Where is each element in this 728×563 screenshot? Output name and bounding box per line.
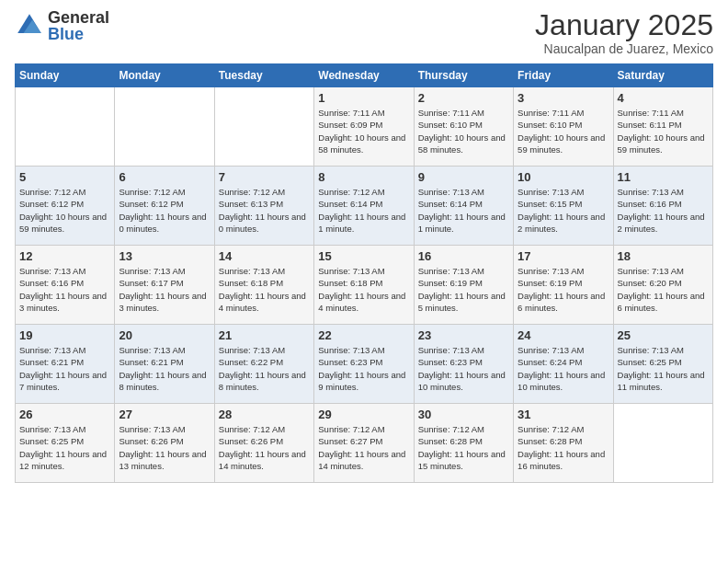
- table-row: 18Sunrise: 7:13 AMSunset: 6:20 PMDayligh…: [613, 246, 712, 325]
- day-number: 23: [418, 328, 509, 342]
- day-info: Sunrise: 7:13 AMSunset: 6:22 PMDaylight:…: [219, 344, 310, 393]
- day-info: Sunrise: 7:12 AMSunset: 6:26 PMDaylight:…: [219, 423, 310, 472]
- day-number: 17: [518, 249, 609, 263]
- table-row: 1Sunrise: 7:11 AMSunset: 6:09 PMDaylight…: [314, 87, 414, 167]
- header-wednesday: Wednesday: [314, 64, 414, 87]
- table-row: [613, 404, 712, 483]
- calendar-table: Sunday Monday Tuesday Wednesday Thursday…: [15, 63, 713, 483]
- day-number: 28: [219, 408, 310, 421]
- table-row: 11Sunrise: 7:13 AMSunset: 6:16 PMDayligh…: [613, 167, 712, 246]
- table-row: 21Sunrise: 7:13 AMSunset: 6:22 PMDayligh…: [214, 325, 313, 404]
- page: General Blue January 2025 Naucalpan de J…: [0, 0, 728, 563]
- day-number: 30: [418, 408, 509, 421]
- day-number: 18: [618, 249, 709, 263]
- table-row: 23Sunrise: 7:13 AMSunset: 6:23 PMDayligh…: [414, 325, 513, 404]
- day-number: 24: [518, 328, 609, 342]
- header-monday: Monday: [115, 64, 214, 87]
- day-number: 6: [119, 170, 210, 184]
- table-row: 17Sunrise: 7:13 AMSunset: 6:19 PMDayligh…: [514, 246, 613, 325]
- table-row: 10Sunrise: 7:13 AMSunset: 6:15 PMDayligh…: [514, 167, 613, 246]
- day-info: Sunrise: 7:11 AMSunset: 6:09 PMDaylight:…: [318, 107, 409, 155]
- table-row: 27Sunrise: 7:13 AMSunset: 6:26 PMDayligh…: [115, 404, 214, 483]
- day-number: 1: [318, 91, 409, 105]
- calendar-week-row: 5Sunrise: 7:12 AMSunset: 6:12 PMDaylight…: [16, 167, 713, 246]
- day-number: 3: [518, 91, 609, 105]
- day-number: 9: [418, 170, 509, 184]
- table-row: 12Sunrise: 7:13 AMSunset: 6:16 PMDayligh…: [16, 246, 115, 325]
- calendar-week-row: 26Sunrise: 7:13 AMSunset: 6:25 PMDayligh…: [16, 404, 713, 483]
- day-info: Sunrise: 7:11 AMSunset: 6:11 PMDaylight:…: [618, 107, 709, 155]
- day-info: Sunrise: 7:11 AMSunset: 6:10 PMDaylight:…: [418, 107, 509, 155]
- day-info: Sunrise: 7:13 AMSunset: 6:20 PMDaylight:…: [618, 265, 709, 314]
- day-number: 4: [618, 91, 709, 105]
- day-info: Sunrise: 7:13 AMSunset: 6:17 PMDaylight:…: [119, 265, 210, 314]
- day-info: Sunrise: 7:13 AMSunset: 6:15 PMDaylight:…: [518, 186, 609, 235]
- header-tuesday: Tuesday: [214, 64, 313, 87]
- table-row: 30Sunrise: 7:12 AMSunset: 6:28 PMDayligh…: [414, 404, 513, 483]
- table-row: 25Sunrise: 7:13 AMSunset: 6:25 PMDayligh…: [613, 325, 712, 404]
- day-info: Sunrise: 7:12 AMSunset: 6:12 PMDaylight:…: [119, 186, 210, 235]
- header-friday: Friday: [514, 64, 613, 87]
- day-number: 19: [19, 328, 110, 342]
- table-row: 26Sunrise: 7:13 AMSunset: 6:25 PMDayligh…: [16, 404, 115, 483]
- table-row: 15Sunrise: 7:13 AMSunset: 6:18 PMDayligh…: [314, 246, 414, 325]
- day-info: Sunrise: 7:12 AMSunset: 6:28 PMDaylight:…: [418, 423, 509, 472]
- day-number: 21: [219, 328, 310, 342]
- title-block: January 2025 Naucalpan de Juarez, Mexico: [535, 9, 713, 56]
- day-number: 2: [418, 91, 509, 105]
- table-row: 5Sunrise: 7:12 AMSunset: 6:12 PMDaylight…: [16, 167, 115, 246]
- day-number: 5: [19, 170, 110, 184]
- day-number: 22: [318, 328, 409, 342]
- table-row: [214, 87, 313, 167]
- location-subtitle: Naucalpan de Juarez, Mexico: [535, 41, 713, 56]
- table-row: 28Sunrise: 7:12 AMSunset: 6:26 PMDayligh…: [214, 404, 313, 483]
- day-info: Sunrise: 7:12 AMSunset: 6:28 PMDaylight:…: [518, 423, 609, 472]
- day-info: Sunrise: 7:13 AMSunset: 6:18 PMDaylight:…: [219, 265, 310, 314]
- day-info: Sunrise: 7:13 AMSunset: 6:25 PMDaylight:…: [618, 344, 709, 393]
- table-row: [115, 87, 214, 167]
- table-row: 16Sunrise: 7:13 AMSunset: 6:19 PMDayligh…: [414, 246, 513, 325]
- logo-text: General Blue: [48, 9, 109, 42]
- logo-icon: [15, 11, 44, 40]
- day-number: 15: [318, 249, 409, 263]
- day-info: Sunrise: 7:13 AMSunset: 6:21 PMDaylight:…: [19, 344, 110, 393]
- day-number: 31: [518, 408, 609, 421]
- day-info: Sunrise: 7:13 AMSunset: 6:19 PMDaylight:…: [418, 265, 509, 314]
- day-number: 20: [119, 328, 210, 342]
- day-info: Sunrise: 7:11 AMSunset: 6:10 PMDaylight:…: [518, 107, 609, 155]
- table-row: 2Sunrise: 7:11 AMSunset: 6:10 PMDaylight…: [414, 87, 513, 167]
- day-number: 13: [119, 249, 210, 263]
- calendar-header-row: Sunday Monday Tuesday Wednesday Thursday…: [16, 64, 713, 87]
- day-number: 12: [19, 249, 110, 263]
- logo-general-text: General: [48, 9, 109, 26]
- table-row: 9Sunrise: 7:13 AMSunset: 6:14 PMDaylight…: [414, 167, 513, 246]
- table-row: 24Sunrise: 7:13 AMSunset: 6:24 PMDayligh…: [514, 325, 613, 404]
- day-number: 10: [518, 170, 609, 184]
- logo: General Blue: [15, 9, 109, 42]
- day-number: 11: [618, 170, 709, 184]
- day-number: 26: [19, 408, 110, 421]
- day-number: 7: [219, 170, 310, 184]
- header: General Blue January 2025 Naucalpan de J…: [15, 9, 713, 56]
- day-info: Sunrise: 7:12 AMSunset: 6:13 PMDaylight:…: [219, 186, 310, 235]
- day-number: 25: [618, 328, 709, 342]
- day-info: Sunrise: 7:13 AMSunset: 6:19 PMDaylight:…: [518, 265, 609, 314]
- table-row: 7Sunrise: 7:12 AMSunset: 6:13 PMDaylight…: [214, 167, 313, 246]
- day-number: 16: [418, 249, 509, 263]
- day-info: Sunrise: 7:13 AMSunset: 6:24 PMDaylight:…: [518, 344, 609, 393]
- day-info: Sunrise: 7:13 AMSunset: 6:16 PMDaylight:…: [618, 186, 709, 235]
- table-row: 22Sunrise: 7:13 AMSunset: 6:23 PMDayligh…: [314, 325, 414, 404]
- day-info: Sunrise: 7:12 AMSunset: 6:27 PMDaylight:…: [318, 423, 409, 472]
- day-info: Sunrise: 7:13 AMSunset: 6:23 PMDaylight:…: [418, 344, 509, 393]
- day-number: 14: [219, 249, 310, 263]
- table-row: 31Sunrise: 7:12 AMSunset: 6:28 PMDayligh…: [514, 404, 613, 483]
- day-info: Sunrise: 7:12 AMSunset: 6:12 PMDaylight:…: [19, 186, 110, 235]
- calendar-week-row: 19Sunrise: 7:13 AMSunset: 6:21 PMDayligh…: [16, 325, 713, 404]
- month-title: January 2025: [535, 9, 713, 41]
- day-number: 8: [318, 170, 409, 184]
- table-row: 19Sunrise: 7:13 AMSunset: 6:21 PMDayligh…: [16, 325, 115, 404]
- table-row: 3Sunrise: 7:11 AMSunset: 6:10 PMDaylight…: [514, 87, 613, 167]
- table-row: 6Sunrise: 7:12 AMSunset: 6:12 PMDaylight…: [115, 167, 214, 246]
- table-row: 13Sunrise: 7:13 AMSunset: 6:17 PMDayligh…: [115, 246, 214, 325]
- day-info: Sunrise: 7:13 AMSunset: 6:16 PMDaylight:…: [19, 265, 110, 314]
